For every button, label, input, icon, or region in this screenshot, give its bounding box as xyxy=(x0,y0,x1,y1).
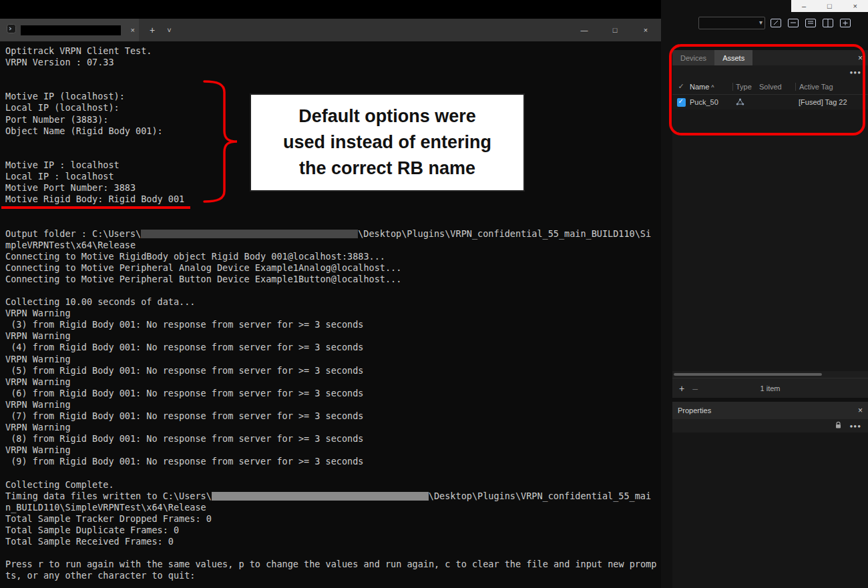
scrollbar-thumb[interactable] xyxy=(674,373,822,376)
terminal-line xyxy=(5,285,656,296)
assets-footer: + – 1 item xyxy=(672,378,868,398)
sort-asc-icon: ^ xyxy=(711,84,714,91)
terminal-minimize-button[interactable]: — xyxy=(569,19,600,41)
properties-title: Properties xyxy=(678,406,711,414)
header-name-label: Name xyxy=(690,83,709,91)
panes-layout-icon[interactable] xyxy=(822,17,835,29)
terminal-line: Timing data files written to C:\Users\\D… xyxy=(5,491,656,502)
annotation-note-line: used instead of entering xyxy=(283,129,491,156)
properties-panel: Properties × ●●● xyxy=(672,402,868,588)
assets-table-header[interactable]: ✓ Name^ Type Solved Active Tag xyxy=(672,79,868,95)
tab-close-button[interactable]: × xyxy=(131,26,135,34)
terminal-line: Motive Rigid Body: Rigid Body 001 xyxy=(5,194,656,205)
assets-panel: Devices Assets × ●●● ✓ Name^ Type Solved… xyxy=(672,50,868,398)
terminal-line: Total Sample Received Frames: 0 xyxy=(5,536,656,547)
terminal-close-button[interactable]: × xyxy=(630,19,661,41)
terminal-line: (5) from Rigid Body 001: No response fro… xyxy=(5,365,656,376)
os-close-button[interactable]: × xyxy=(853,2,857,10)
terminal-line: n_BUILD110\SimpleVRPNTest\x64\Release xyxy=(5,502,656,513)
properties-toolbar: ●●● xyxy=(672,419,868,432)
terminal-app-icon xyxy=(7,24,16,36)
terminal-line: Total Sample Tracker Dropped Frames: 0 xyxy=(5,513,656,525)
terminal-line: (4) from Rigid Body 001: No response fro… xyxy=(5,342,656,353)
asset-count-label: 1 item xyxy=(672,384,868,392)
tab-assets[interactable]: Assets xyxy=(714,50,752,65)
layout-select[interactable]: ▾ xyxy=(698,17,765,29)
motive-toolbar: ▾ xyxy=(698,15,867,31)
annotation-note-line: Default options were xyxy=(298,103,476,129)
terminal-line: Collecting Complete. xyxy=(5,479,656,491)
terminal-line: VRPN Warning xyxy=(5,422,656,433)
terminal-line: Connecting to Motive RigidBody object Ri… xyxy=(5,251,656,262)
header-solved[interactable]: Solved xyxy=(756,83,795,91)
terminal-line: (7) from Rigid Body 001: No response fro… xyxy=(5,410,656,422)
red-underline-annotation xyxy=(1,206,190,209)
tab-dropdown-button[interactable]: ˅ xyxy=(167,26,171,34)
terminal-line xyxy=(5,79,656,91)
os-restore-button[interactable]: □ xyxy=(827,2,832,10)
terminal-line xyxy=(5,547,656,559)
terminal-window-controls: — □ × xyxy=(569,19,661,41)
terminal-tab[interactable]: × xyxy=(0,19,139,41)
lock-icon[interactable] xyxy=(835,421,842,430)
panel-tabbar: Devices Assets × xyxy=(672,50,868,65)
terminal-line: VRPN Warning xyxy=(5,376,656,388)
tab-devices[interactable]: Devices xyxy=(672,50,714,65)
terminal-maximize-button[interactable]: □ xyxy=(600,19,630,41)
properties-header: Properties × xyxy=(672,402,868,419)
terminal-line: mpleVRPNTest\x64\Release xyxy=(5,240,656,251)
terminal-line: Total Sample Duplicate Frames: 0 xyxy=(5,525,656,536)
terminal-line: VRPN Warning xyxy=(5,354,656,365)
redaction-box xyxy=(141,230,358,238)
new-layout-icon[interactable] xyxy=(839,17,852,29)
properties-close-button[interactable]: × xyxy=(858,406,863,415)
terminal-line: VRPN Warning xyxy=(5,445,656,456)
terminal-line: (6) from Rigid Body 001: No response fro… xyxy=(5,388,656,399)
assets-panel-menu-row: ●●● xyxy=(672,65,868,79)
save-layout-icon[interactable] xyxy=(787,17,800,29)
assets-horizontal-scrollbar[interactable] xyxy=(672,371,868,378)
asset-name: Puck_50 xyxy=(690,98,732,106)
os-minimize-button[interactable]: – xyxy=(802,2,806,10)
terminal-line: Connecting to Motive Peripheral Analog D… xyxy=(5,262,656,274)
terminal-line: VRPN Warning xyxy=(5,399,656,410)
asset-row-puck50[interactable]: Puck_50 [Fused] Tag 22 xyxy=(672,95,868,109)
redacted-tab-title xyxy=(21,25,121,35)
terminal-line: VRPN Warning xyxy=(5,330,656,342)
new-tab-button[interactable]: + xyxy=(150,25,155,35)
os-titlebar: – □ × xyxy=(791,0,868,12)
terminal-line: ts, or any other character to quit: xyxy=(5,570,656,581)
tab-assets-label: Assets xyxy=(722,54,744,62)
terminal-line: Connecting to Motive Peripheral Button D… xyxy=(5,274,656,285)
terminal-line: Collecting 10.00 seconds of data... xyxy=(5,296,656,308)
rigid-body-type-icon xyxy=(732,97,756,107)
terminal-line xyxy=(5,68,656,79)
asset-active-tag: [Fused] Tag 22 xyxy=(795,98,868,106)
terminal-line: Press r to run again with the same value… xyxy=(5,559,656,570)
asset-enabled-checkbox[interactable] xyxy=(677,98,686,107)
terminal-line: VRPN Version : 07.33 xyxy=(5,57,656,68)
tab-devices-label: Devices xyxy=(680,54,706,62)
open-layout-icon[interactable] xyxy=(805,17,817,29)
edit-layout-icon[interactable] xyxy=(770,17,783,29)
assets-panel-close-button[interactable]: × xyxy=(853,50,868,65)
terminal-line: Optitrack VRPN Client Test. xyxy=(5,45,656,57)
header-check[interactable]: ✓ xyxy=(672,82,690,91)
properties-empty-body xyxy=(672,432,868,588)
overflow-menu-icon[interactable]: ●●● xyxy=(850,69,862,75)
header-type[interactable]: Type xyxy=(732,83,756,91)
properties-menu-icon[interactable]: ●●● xyxy=(850,423,862,429)
assets-list-empty-area[interactable] xyxy=(672,109,868,371)
terminal-line: (8) from Rigid Body 001: No response fro… xyxy=(5,433,656,445)
header-active-tag[interactable]: Active Tag xyxy=(795,83,868,91)
annotation-note: Default options were used instead of ent… xyxy=(250,93,525,192)
terminal-line: (3) from Rigid Body 001: No response fro… xyxy=(5,319,656,330)
terminal-line xyxy=(5,216,656,228)
terminal-titlebar[interactable]: × + ˅ — □ × xyxy=(0,19,661,41)
annotation-note-line: the correct RB name xyxy=(299,156,475,182)
terminal-line: (9) from Rigid Body 001: No response fro… xyxy=(5,456,656,467)
terminal-line: VRPN Warning xyxy=(5,308,656,319)
terminal-line: Output folder : C:\Users\\Desktop\Plugin… xyxy=(5,228,656,240)
header-name[interactable]: Name^ xyxy=(690,83,732,91)
terminal-line xyxy=(5,467,656,479)
